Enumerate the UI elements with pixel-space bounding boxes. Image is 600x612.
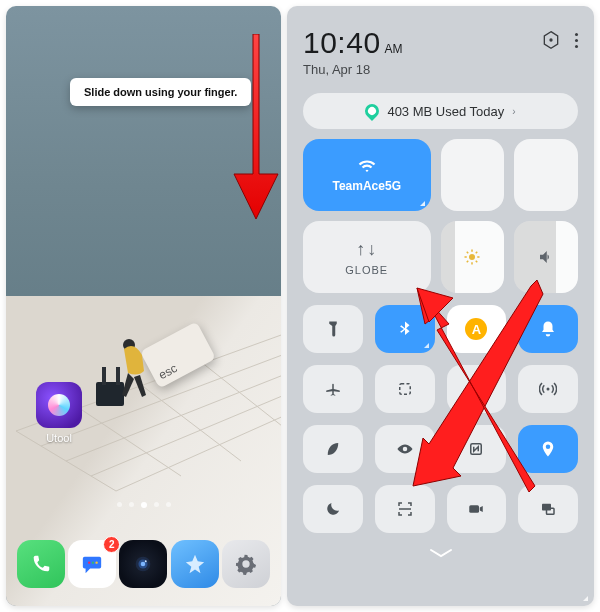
volume-top-tile[interactable] — [514, 139, 578, 211]
chevron-right-icon: › — [512, 106, 515, 117]
toggle-notifications[interactable] — [518, 305, 578, 353]
chevron-down-icon — [427, 547, 455, 559]
bell-icon — [539, 320, 557, 338]
clock-time: 10:40 — [303, 26, 381, 60]
volume-slider[interactable] — [514, 221, 578, 293]
clock-ampm: AM — [385, 42, 403, 60]
svg-point-10 — [145, 560, 147, 562]
annotation-arrow-down — [226, 34, 281, 219]
camera-icon — [132, 553, 154, 575]
wifi-label: TeamAce5G — [333, 179, 401, 193]
svg-rect-2 — [116, 367, 120, 385]
toggle-eye-comfort[interactable] — [375, 425, 435, 473]
gallery-icon — [184, 553, 206, 575]
toggle-flashlight[interactable] — [303, 305, 363, 353]
mobile-data-label: GLOBE — [345, 264, 388, 276]
dock-app-phone[interactable] — [17, 540, 65, 588]
flashlight-icon — [324, 320, 342, 338]
record-icon — [467, 500, 485, 518]
toggle-grid: A — [303, 305, 578, 533]
more-menu-button[interactable] — [575, 33, 578, 48]
utool-label: Utool — [46, 432, 72, 444]
dock-app-gallery[interactable] — [171, 540, 219, 588]
toggle-do-not-disturb[interactable] — [303, 485, 363, 533]
toggle-power-saver[interactable] — [303, 425, 363, 473]
expand-indicator — [420, 201, 425, 206]
screenshot-icon — [396, 380, 414, 398]
location-icon — [539, 440, 557, 458]
toggle-scan[interactable] — [375, 485, 435, 533]
panel-expand-handle[interactable] — [427, 545, 455, 557]
gear-icon — [235, 553, 257, 575]
qs-header: 10:40 AM Thu, Apr 18 — [303, 26, 578, 77]
page-dot[interactable] — [166, 502, 171, 507]
quick-settings-panel[interactable]: 10:40 AM Thu, Apr 18 403 MB Used Today ›… — [287, 6, 594, 606]
svg-point-15 — [547, 388, 550, 391]
page-indicator[interactable] — [6, 502, 281, 508]
expand-indicator — [583, 596, 588, 601]
esc-label: esc — [156, 361, 179, 382]
app-icon-utool[interactable]: Utool — [36, 382, 82, 444]
clock-date: Thu, Apr 18 — [303, 62, 403, 77]
data-usage-text: 403 MB Used Today — [387, 104, 504, 119]
data-arrows-icon: ↑↓ — [356, 239, 377, 260]
svg-rect-17 — [470, 505, 480, 513]
svg-point-6 — [96, 561, 98, 563]
toggle-bluetooth[interactable] — [375, 305, 435, 353]
page-dot[interactable] — [117, 502, 122, 507]
svg-point-11 — [549, 38, 552, 41]
moon-icon — [324, 500, 342, 518]
toggle-nfc[interactable] — [447, 425, 507, 473]
tooltip-text: Slide down using your finger. — [84, 86, 237, 98]
brightness-top-tile[interactable] — [441, 139, 505, 211]
home-screen[interactable]: Slide down using your finger. esc Utool — [6, 6, 281, 606]
dot-icon — [575, 33, 578, 36]
wifi-icon — [358, 157, 376, 175]
auto-rotate-icon: A — [465, 318, 487, 340]
bluetooth-icon — [396, 320, 414, 338]
brightness-slider[interactable] — [441, 221, 505, 293]
toggle-vibrate[interactable] — [447, 365, 507, 413]
messages-badge: 2 — [103, 536, 120, 553]
svg-point-9 — [141, 562, 146, 567]
dock-app-settings[interactable] — [222, 540, 270, 588]
toggle-cast[interactable] — [518, 485, 578, 533]
svg-rect-14 — [473, 383, 479, 395]
toggle-hotspot[interactable] — [518, 365, 578, 413]
dock-app-camera[interactable] — [119, 540, 167, 588]
dot-icon — [575, 39, 578, 42]
nfc-icon — [467, 440, 485, 458]
dock-app-messages[interactable]: 2 — [68, 540, 116, 588]
svg-point-4 — [88, 561, 90, 563]
toggle-screenshot[interactable] — [375, 365, 435, 413]
settings-hex-button[interactable] — [541, 30, 561, 50]
toggle-airplane[interactable] — [303, 365, 363, 413]
hotspot-icon — [539, 380, 557, 398]
eye-icon — [396, 440, 414, 458]
expand-indicator — [424, 343, 429, 348]
svg-point-5 — [92, 561, 94, 563]
brightness-fill — [441, 221, 455, 293]
scan-icon — [396, 500, 414, 518]
instruction-tooltip: Slide down using your finger. — [70, 78, 251, 106]
toggle-location[interactable] — [518, 425, 578, 473]
wifi-tile[interactable]: TeamAce5G — [303, 139, 431, 211]
cast-icon — [539, 500, 557, 518]
volume-fill — [514, 221, 555, 293]
svg-rect-13 — [399, 384, 410, 395]
svg-point-12 — [469, 254, 475, 260]
vibrate-icon — [467, 380, 485, 398]
mobile-data-tile[interactable]: ↑↓ GLOBE — [303, 221, 431, 293]
page-dot[interactable] — [154, 502, 159, 507]
toggle-auto-rotate[interactable]: A — [447, 305, 507, 353]
messages-icon — [81, 553, 103, 575]
page-dot[interactable] — [129, 502, 134, 507]
page-dot-active[interactable] — [141, 502, 147, 508]
dot-icon — [575, 45, 578, 48]
data-usage-pill[interactable]: 403 MB Used Today › — [303, 93, 578, 129]
wallpaper-character — [94, 337, 154, 411]
toggle-screen-record[interactable] — [447, 485, 507, 533]
hex-gear-icon — [541, 30, 561, 50]
svg-rect-0 — [96, 382, 124, 406]
clock-block[interactable]: 10:40 AM Thu, Apr 18 — [303, 26, 403, 77]
